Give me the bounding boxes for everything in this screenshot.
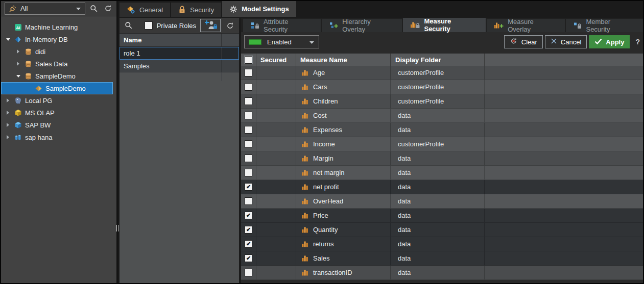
tree-item-didi[interactable]: didi	[1, 45, 116, 58]
measure-row-transactionid[interactable]: transactionIDdata	[241, 266, 643, 280]
secured-checkbox[interactable]	[245, 269, 252, 276]
expand-arrow-icon[interactable]	[5, 135, 11, 139]
expand-arrow-icon[interactable]	[15, 49, 21, 54]
secured-checkbox[interactable]	[245, 112, 252, 119]
measures-table-header: Secured Measure Name Display Folder	[241, 54, 643, 66]
add-role-button[interactable]	[200, 19, 221, 32]
main-tab-bar: GeneralSecurityModel Settings	[118, 1, 643, 17]
measure-name: net profit	[313, 183, 339, 191]
secured-checkbox[interactable]	[245, 140, 252, 148]
tab-hierarchy-overlay[interactable]: Hierarchy Overlay	[322, 19, 402, 32]
measure-name: returns	[313, 240, 333, 248]
measure-name: Margin	[313, 154, 333, 162]
apply-button[interactable]: Apply	[589, 35, 630, 48]
measure-row-returns[interactable]: ✔returnsdata	[241, 237, 643, 251]
connection-filter-dropdown[interactable]: All	[5, 3, 85, 15]
security-lock-icon	[178, 6, 186, 14]
measure-icon	[302, 169, 308, 176]
tab-model-settings[interactable]: Model Settings	[222, 1, 296, 17]
tab-general[interactable]: General	[120, 3, 170, 17]
measure-row-price[interactable]: ✔Pricedata	[241, 209, 643, 223]
chevron-down-icon	[309, 38, 315, 46]
tree-item-sales-data[interactable]: Sales Data	[1, 58, 116, 70]
tab-label: Model Settings	[242, 5, 289, 13]
refresh-icon[interactable]	[225, 20, 235, 31]
tab-member-security[interactable]: Member Security	[566, 19, 643, 32]
secured-checkbox[interactable]: ✔	[245, 212, 252, 219]
hana-icon	[14, 134, 22, 141]
measure-row-cost[interactable]: Costdata	[241, 109, 643, 123]
secured-checkbox[interactable]: ✔	[245, 254, 252, 262]
search-icon[interactable]	[89, 3, 99, 14]
measure-row-income[interactable]: IncomecustomerProfile	[241, 137, 643, 151]
secured-checkbox[interactable]: ✔	[245, 183, 252, 191]
tree-item-local-pg[interactable]: Local PG	[1, 94, 116, 107]
secured-checkbox[interactable]	[245, 69, 252, 76]
collapse-arrow-icon[interactable]	[5, 38, 11, 41]
expand-arrow-icon[interactable]	[5, 123, 11, 127]
secured-checkbox[interactable]	[245, 197, 252, 205]
display-folder: customerProfile	[398, 69, 444, 76]
measure-icon	[302, 184, 308, 190]
measure-row-quantity[interactable]: ✔Quantitydata	[241, 223, 643, 237]
measure-row-expenses[interactable]: Expensesdata	[241, 123, 643, 137]
clear-button[interactable]: Clear	[504, 35, 543, 48]
measure-row-sales[interactable]: ✔Salesdata	[241, 251, 643, 266]
measure-row-net-profit[interactable]: ✔net profitdata	[241, 180, 643, 194]
secured-checkbox[interactable]	[245, 97, 252, 105]
measure-icon	[302, 269, 308, 276]
measure-name: Income	[313, 140, 335, 148]
database-icon	[24, 72, 32, 80]
role-row-samples[interactable]: Samples	[120, 60, 239, 72]
measure-row-margin[interactable]: Margindata	[241, 151, 643, 166]
expand-arrow-icon[interactable]	[5, 98, 11, 102]
expand-arrow-icon[interactable]	[15, 62, 21, 66]
tree-item-sampledemo[interactable]: SampleDemo	[1, 70, 116, 82]
secured-checkbox[interactable]: ✔	[245, 226, 252, 234]
display-folder: customerProfile	[398, 83, 444, 91]
secured-checkbox[interactable]	[245, 126, 252, 134]
connection-filter-bar: All	[1, 1, 116, 16]
status-dropdown[interactable]: Enabled	[244, 35, 319, 48]
database-icon	[24, 48, 32, 56]
measure-security-icon	[411, 21, 420, 29]
tree-item-sap-bw[interactable]: SAP BW	[1, 119, 116, 131]
search-icon[interactable]	[124, 20, 134, 31]
display-folder: data	[398, 269, 411, 276]
help-button[interactable]: ?	[635, 38, 640, 46]
refresh-icon[interactable]	[103, 3, 113, 14]
tree-item-in-memory-db[interactable]: In-Memory DB	[1, 33, 116, 45]
tab-measure-overlay[interactable]: Measure Overlay	[487, 19, 565, 32]
secured-checkbox[interactable]	[245, 154, 252, 162]
measure-row-overhead[interactable]: OverHeaddata	[241, 194, 643, 209]
measure-row-cars[interactable]: CarscustomerProfile	[241, 80, 643, 94]
secured-checkbox[interactable]	[245, 169, 252, 176]
select-all-checkbox[interactable]	[245, 56, 252, 64]
collapse-arrow-icon[interactable]	[15, 75, 21, 78]
role-name: role 1	[124, 49, 140, 57]
measure-row-age[interactable]: AgecustomerProfile	[241, 66, 643, 80]
secured-checkbox[interactable]	[245, 83, 252, 91]
tab-attribute-security[interactable]: Attribute Security	[243, 19, 321, 32]
tab-measure-security[interactable]: Measure Security	[403, 18, 486, 32]
measure-icon	[302, 98, 308, 105]
measures-table-body: AgecustomerProfileCarscustomerProfileChi…	[241, 66, 643, 280]
tab-security[interactable]: Security	[171, 3, 221, 17]
measure-row-children[interactable]: ChildrencustomerProfile	[241, 94, 643, 109]
measure-row-net-margin[interactable]: net margindata	[241, 166, 643, 180]
tree-item-ms-olap[interactable]: MS OLAP	[1, 107, 116, 119]
measure-name: Cars	[313, 83, 327, 91]
expand-arrow-icon[interactable]	[5, 111, 11, 115]
database-icon	[24, 60, 32, 68]
plug-icon	[9, 5, 17, 13]
private-roles-checkbox[interactable]	[145, 21, 153, 30]
display-folder: data	[398, 169, 411, 176]
tree-item-sap-hana[interactable]: sap hana	[1, 131, 116, 143]
clear-icon	[510, 37, 518, 46]
tab-label: Hierarchy Overlay	[342, 18, 394, 33]
secured-checkbox[interactable]: ✔	[245, 240, 252, 248]
role-row-role-1[interactable]: role 1	[120, 47, 239, 60]
tree-item-machine-learning[interactable]: AIMachine Learning	[1, 21, 116, 33]
cancel-button[interactable]: Cancel	[545, 35, 587, 48]
tree-item-sampledemo[interactable]: SampleDemo	[1, 82, 113, 94]
